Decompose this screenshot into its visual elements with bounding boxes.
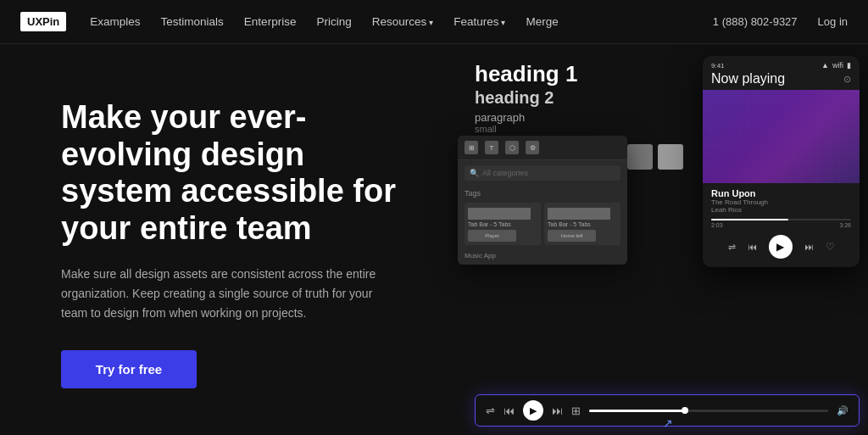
panel-item-label-1: Tab Bar - 5 Tabs bbox=[468, 221, 511, 227]
panel-search[interactable]: 🔍 All categories bbox=[465, 165, 620, 181]
media-progress-bar[interactable] bbox=[589, 410, 828, 412]
nav-features[interactable]: Features▾ bbox=[453, 15, 505, 28]
play-button[interactable]: ▶ bbox=[769, 235, 793, 259]
panel-tags-label: Tags bbox=[458, 186, 627, 199]
media-progress-fill bbox=[589, 410, 685, 412]
wifi-icon: wifi bbox=[832, 61, 843, 70]
type-h2: heading 2 bbox=[475, 87, 683, 108]
login-link[interactable]: Log in bbox=[818, 15, 848, 28]
song-title: Run Upon bbox=[711, 188, 851, 198]
shuffle-icon[interactable]: ⇌ bbox=[728, 242, 736, 253]
hero-left: Make your ever-evolving design system ac… bbox=[0, 44, 441, 435]
media-extra-icon[interactable]: ⊞ bbox=[571, 404, 581, 417]
hero-heading: Make your ever-evolving design system ac… bbox=[61, 99, 400, 248]
settings-icon[interactable]: ⊙ bbox=[843, 74, 851, 85]
type-h1: heading 1 bbox=[475, 61, 683, 87]
panel-tab-icon-2: T bbox=[485, 141, 498, 154]
panel-item-1: Tab Bar - 5 Tabs Player bbox=[465, 203, 541, 245]
media-progress-dot bbox=[682, 407, 688, 414]
song-artist: The Road Through bbox=[711, 198, 851, 206]
hero-right: heading 1 heading 2 paragraph small ⊞ T … bbox=[441, 44, 868, 435]
player-time: 9:41 bbox=[711, 62, 725, 70]
player-progress: 2:03 3:26 bbox=[703, 217, 860, 230]
panel-item-label-2: Tab Bar - 5 Tabs bbox=[548, 221, 591, 227]
now-playing-label: Now playing bbox=[711, 71, 785, 86]
panel-item-2: Tab Bar - 5 Tabs Home left bbox=[544, 203, 620, 245]
media-shuffle-icon[interactable]: ⇌ bbox=[486, 404, 495, 417]
type-small: small bbox=[475, 124, 683, 134]
hero-section: Make your ever-evolving design system ac… bbox=[0, 44, 868, 435]
cta-button[interactable]: Try for free bbox=[61, 350, 197, 388]
panel-tab-icon-3: ⬡ bbox=[505, 141, 519, 154]
panel-item-btn-1[interactable]: Player bbox=[468, 230, 516, 242]
nav-resources[interactable]: Resources▾ bbox=[372, 15, 434, 28]
panel-item-bar-2 bbox=[548, 208, 610, 220]
panel-search-placeholder: All categories bbox=[482, 169, 528, 177]
player-song-info: Run Upon The Road Through Leah Rios bbox=[703, 183, 860, 217]
logo[interactable]: UXPin bbox=[20, 12, 66, 31]
panel-tabs: ⊞ T ⬡ ⚙ bbox=[458, 136, 627, 160]
panel-tab-icon-4: ⚙ bbox=[526, 141, 539, 154]
player-album-art bbox=[703, 90, 860, 183]
ui-panel-card: ⊞ T ⬡ ⚙ 🔍 All categories Tags Tab Bar - … bbox=[458, 136, 627, 265]
type-para: paragraph bbox=[475, 111, 683, 124]
volume-icon[interactable]: 🔊 bbox=[837, 405, 849, 416]
battery-icon: ▮ bbox=[847, 61, 851, 70]
panel-item-btn-2[interactable]: Home left bbox=[548, 230, 596, 242]
progress-bar-fill bbox=[711, 219, 788, 220]
search-icon: 🔍 bbox=[470, 169, 479, 177]
player-status-bar: 9:41 ▲ wifi ▮ bbox=[703, 56, 860, 71]
swatch-dark4 bbox=[658, 144, 683, 170]
panel-item-bar-1 bbox=[468, 208, 531, 220]
nav-merge[interactable]: Merge bbox=[526, 15, 558, 28]
swatch-dark3 bbox=[627, 144, 653, 170]
navbar: UXPin Examples Testimonials Enterprise P… bbox=[0, 0, 868, 44]
signal-icon: ▲ bbox=[821, 61, 829, 70]
prev-icon[interactable]: ⏮ bbox=[748, 242, 757, 252]
panel-bottom-label: Music App bbox=[458, 248, 627, 265]
media-prev-icon[interactable]: ⏮ bbox=[504, 404, 515, 417]
media-next-icon[interactable]: ⏭ bbox=[552, 404, 563, 417]
time-total: 3:26 bbox=[839, 222, 851, 228]
nav-pricing[interactable]: Pricing bbox=[316, 15, 351, 28]
panel-btn-text-1: Player bbox=[485, 233, 499, 238]
nav-right: 1 (888) 802-9327 Log in bbox=[713, 15, 848, 28]
media-play-button[interactable]: ▶ bbox=[523, 400, 543, 421]
nav-enterprise[interactable]: Enterprise bbox=[244, 15, 297, 28]
next-icon[interactable]: ⏭ bbox=[804, 242, 814, 252]
nav-links: Examples Testimonials Enterprise Pricing… bbox=[90, 15, 713, 28]
player-header: Now playing ⊙ bbox=[703, 71, 860, 90]
image-overlay bbox=[703, 90, 860, 183]
player-controls: ⇌ ⏮ ▶ ⏭ ♡ bbox=[703, 230, 860, 267]
heart-icon[interactable]: ♡ bbox=[826, 241, 835, 253]
panel-tab-icon-1: ⊞ bbox=[465, 141, 478, 154]
hero-subtext: Make sure all design assets are consiste… bbox=[61, 265, 392, 323]
time-current: 2:03 bbox=[711, 222, 723, 228]
music-player-card: 9:41 ▲ wifi ▮ Now playing ⊙ Run Upon The… bbox=[703, 56, 860, 267]
nav-testimonials[interactable]: Testimonials bbox=[161, 15, 224, 28]
nav-examples[interactable]: Examples bbox=[90, 15, 140, 28]
panel-items: Tab Bar - 5 Tabs Player Tab Bar - 5 Tabs… bbox=[458, 199, 627, 248]
song-sub: Leah Rios bbox=[711, 206, 851, 214]
cursor-arrow: ↗ bbox=[663, 416, 673, 430]
progress-bar-bg bbox=[711, 219, 851, 220]
progress-times: 2:03 3:26 bbox=[711, 222, 851, 228]
panel-btn-text-2: Home left bbox=[561, 233, 583, 238]
phone-number: 1 (888) 802-9327 bbox=[713, 15, 798, 28]
